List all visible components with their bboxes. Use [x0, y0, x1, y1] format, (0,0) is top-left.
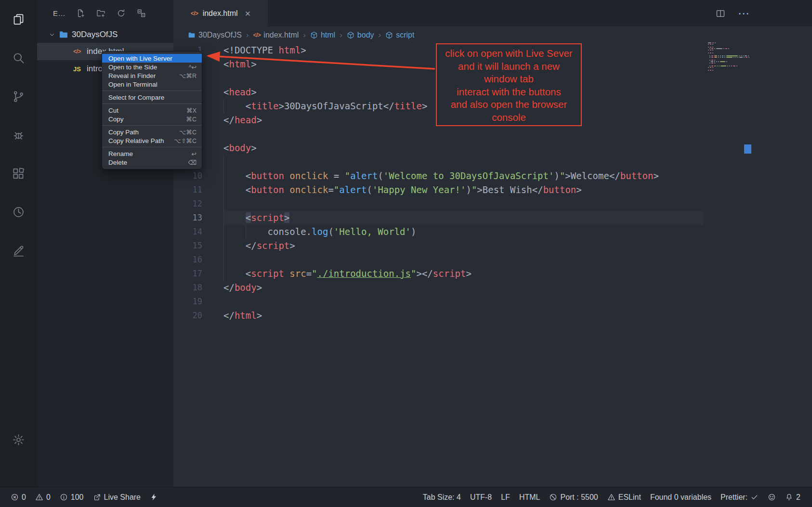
breadcrumb-label: script	[396, 31, 414, 39]
status-feedback[interactable]	[768, 493, 776, 501]
indent-guide	[223, 169, 224, 183]
code-line-20[interactable]: 20</html>	[173, 309, 812, 323]
menu-item-copy-relative-path[interactable]: Copy Relative Path⌥⇧⌘C	[102, 136, 202, 145]
status-live-share[interactable]: Live Share	[93, 493, 141, 502]
files-icon[interactable]	[0, 0, 37, 39]
breadcrumb-30daysofjs[interactable]: 30DaysOfJS	[188, 31, 242, 39]
code-text	[223, 295, 703, 309]
scrollbar-marker	[744, 144, 751, 154]
code-text	[223, 197, 703, 211]
menu-item-copy-path[interactable]: Copy Path⌥⌘C	[102, 128, 202, 136]
status-live-server-port[interactable]: Port : 5500	[549, 493, 598, 502]
status-notifications[interactable]: 2	[785, 493, 800, 502]
code-line-17[interactable]: 17 <script src="./introduction.js"></scr…	[173, 267, 812, 281]
menu-item-shortcut: ↩	[192, 150, 196, 157]
code-line-19[interactable]: 19	[173, 295, 812, 309]
status-encoding[interactable]: UTF-8	[470, 493, 492, 502]
cube-icon	[310, 31, 318, 39]
code-line-9[interactable]: 9	[173, 155, 812, 169]
search-icon[interactable]	[0, 39, 37, 77]
status-bar-left: 00100Live Share	[11, 493, 158, 502]
menu-item-label: Open in Terminal	[108, 81, 157, 88]
menu-item-label: Copy	[108, 116, 124, 123]
code-line-12[interactable]: 12	[173, 197, 812, 211]
clock-icon[interactable]	[0, 193, 37, 231]
menu-item-rename[interactable]: Rename↩	[102, 149, 202, 158]
refresh-icon[interactable]	[114, 6, 128, 21]
status-problems-warnings[interactable]: 0	[35, 493, 51, 502]
breadcrumb-label: body	[357, 31, 374, 39]
breadcrumb: 30DaysOfJS›</>index.html›html›body›scrip…	[173, 26, 812, 43]
code-line-16[interactable]: 16	[173, 253, 812, 267]
code-text: console.log('Hello, World')	[223, 225, 703, 239]
new-folder-icon[interactable]	[93, 6, 108, 21]
code-text	[223, 253, 703, 267]
status-label: 100	[71, 493, 84, 502]
new-file-icon[interactable]	[73, 6, 88, 21]
annotation-line: console	[437, 111, 581, 124]
code-line-7[interactable]: 7	[173, 127, 812, 141]
code-line-10[interactable]: 10 <button onclick = "alert('Welcome to …	[173, 169, 812, 183]
status-variables[interactable]: Found 0 variables	[650, 493, 711, 502]
status-eslint[interactable]: ESLint	[607, 493, 641, 502]
menu-separator	[103, 91, 201, 91]
code-line-14[interactable]: 14 console.log('Hello, World')	[173, 225, 812, 239]
tab-index-html[interactable]: </> index.html ×	[173, 0, 268, 26]
collapse-icon[interactable]	[134, 6, 148, 21]
tab-bar: </> index.html × ⋯	[173, 0, 812, 26]
status-problems-info[interactable]: 100	[60, 493, 84, 502]
line-number: 18	[173, 281, 223, 295]
status-prettier[interactable]: Prettier:	[720, 493, 759, 502]
status-thunder[interactable]	[150, 493, 158, 501]
menu-item-copy[interactable]: Copy⌘C	[102, 115, 202, 123]
menu-item-open-with-live-server[interactable]: Open with Live Server	[102, 54, 202, 63]
indent-guide	[223, 197, 224, 211]
status-eol[interactable]: LF	[501, 493, 510, 502]
code-line-18[interactable]: 18</body>	[173, 281, 812, 295]
editor-actions: ⋯	[716, 0, 812, 26]
close-icon[interactable]: ×	[245, 9, 251, 18]
code-line-11[interactable]: 11 <button onclick="alert('Happy New Yea…	[173, 183, 812, 197]
status-language-mode[interactable]: HTML	[519, 493, 540, 502]
split-icon[interactable]	[716, 9, 725, 18]
pen-icon[interactable]	[0, 231, 37, 270]
port-icon	[549, 493, 557, 501]
status-tab-size[interactable]: Tab Size: 4	[423, 493, 461, 502]
breadcrumb-html[interactable]: html	[310, 31, 335, 39]
code-line-15[interactable]: 15 </script>	[173, 239, 812, 253]
source-control-icon[interactable]	[0, 77, 37, 116]
folder-root-30daysofjs[interactable]: 30DaysOfJS	[37, 26, 173, 43]
minimap[interactable]	[708, 42, 749, 71]
menu-item-select-for-compare[interactable]: Select for Compare	[102, 93, 202, 102]
extensions-icon[interactable]	[0, 154, 37, 193]
line-number: 17	[173, 267, 223, 281]
menu-item-open-in-terminal[interactable]: Open in Terminal	[102, 80, 202, 89]
indent-guide	[223, 155, 224, 169]
breadcrumb-separator: ›	[246, 30, 249, 40]
status-problems-errors[interactable]: 0	[11, 493, 26, 502]
line-number: 13	[173, 211, 223, 225]
code-line-13[interactable]: 13 <script>	[173, 211, 812, 225]
menu-item-open-to-the-side[interactable]: Open to the Side^↩	[102, 63, 202, 71]
activity-bar	[0, 0, 37, 487]
breadcrumb-script[interactable]: script	[385, 31, 414, 39]
ellipsis-icon[interactable]: ⋯	[738, 8, 749, 19]
gear-icon[interactable]	[0, 420, 37, 459]
menu-item-cut[interactable]: Cut⌘X	[102, 106, 202, 115]
annotation-box: click on open with Live Severand it will…	[436, 43, 582, 126]
explorer-header: E…	[37, 0, 173, 26]
breadcrumb-body[interactable]: body	[347, 31, 374, 39]
debug-icon[interactable]	[0, 116, 37, 154]
code-text: <body>	[223, 141, 703, 155]
code-line-8[interactable]: 8<body>	[173, 141, 812, 155]
line-number: 20	[173, 309, 223, 323]
code-text: <script src="./introduction.js"></script…	[223, 267, 703, 281]
error-icon	[11, 493, 19, 501]
menu-separator	[103, 104, 201, 104]
menu-item-delete[interactable]: Delete⌫	[102, 158, 202, 167]
vscode-window: E… 30DaysOfJS </>index.htmlJSintroductio…	[0, 0, 812, 507]
menu-item-reveal-in-finder[interactable]: Reveal in Finder⌥⌘R	[102, 71, 202, 80]
status-bar: 00100Live Share Tab Size: 4UTF-8LFHTMLPo…	[0, 487, 812, 507]
breadcrumb-index-html[interactable]: </>index.html	[253, 31, 299, 39]
line-number: 10	[173, 169, 223, 183]
